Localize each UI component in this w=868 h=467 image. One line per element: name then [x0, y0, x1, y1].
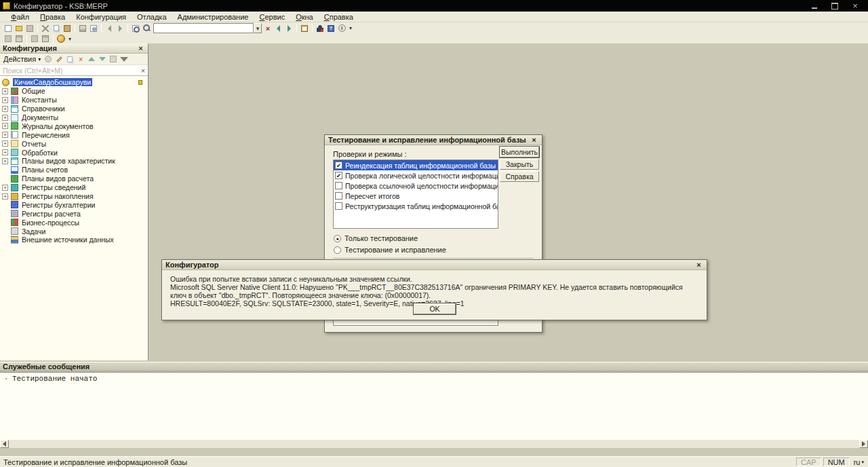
panel1-icon[interactable]: [3, 34, 14, 44]
close-icon[interactable]: [850, 2, 860, 10]
title-bar: Конфигуратор - KSB:MERP: [0, 0, 868, 12]
tree-item-tasks[interactable]: Задачи: [0, 227, 148, 236]
nav-back-icon[interactable]: [273, 23, 283, 33]
menu-help[interactable]: Справка: [319, 12, 359, 22]
search-input[interactable]: [153, 23, 254, 33]
save-icon[interactable]: [24, 23, 35, 33]
move-up-icon[interactable]: [87, 55, 96, 64]
tree-item-calculation-types[interactable]: Планы видов расчета: [0, 174, 148, 183]
search-combobox[interactable]: [153, 23, 262, 33]
delete-icon[interactable]: [76, 55, 85, 64]
tree-search-box[interactable]: Поиск (Ctrl+Alt+M): [0, 65, 148, 76]
menu-debug[interactable]: Отладка: [132, 12, 172, 22]
zoom-icon[interactable]: [141, 23, 152, 33]
close-button[interactable]: Закрыть: [500, 159, 539, 170]
undo-icon[interactable]: [104, 23, 115, 33]
message-bullet-icon: ▪: [0, 376, 12, 381]
check-row-logical-integrity[interactable]: ✔ Проверка логической целостности информ…: [334, 170, 498, 181]
menu-edit[interactable]: Правка: [35, 12, 71, 22]
check-row-restructure[interactable]: Реструктуризация таблиц информационной б…: [334, 201, 498, 211]
tree-item-external-data-sources[interactable]: Внешние источники данных: [0, 236, 148, 244]
help-book-icon[interactable]: [326, 23, 336, 33]
search-clear-icon[interactable]: [138, 67, 148, 75]
checkbox-restructure[interactable]: [335, 202, 342, 210]
edit-pencil-icon[interactable]: [54, 55, 64, 64]
test-dialog-close-icon[interactable]: [530, 136, 538, 144]
panel2-icon[interactable]: [14, 34, 24, 44]
debug-run-icon[interactable]: [56, 34, 66, 44]
checkbox-recalc-totals[interactable]: [335, 192, 342, 200]
copy-item-icon[interactable]: [65, 55, 75, 64]
message-row[interactable]: ▪ Тестирование начато: [0, 373, 868, 382]
language-indicator[interactable]: ru: [852, 458, 866, 466]
tree-item-accounting-registers[interactable]: Регистры бухгалтерии: [0, 200, 148, 209]
tree-item-accumulation-registers[interactable]: +Регистры накопления: [0, 192, 148, 201]
error-dialog-close-icon[interactable]: [694, 261, 703, 269]
checkbox-logical-integrity[interactable]: ✔: [335, 172, 342, 179]
radio-test-and-repair[interactable]: Тестирование и исправление: [334, 246, 446, 254]
menu-service[interactable]: Сервис: [254, 12, 290, 22]
cut-icon[interactable]: [40, 23, 51, 33]
tree-item-information-registers[interactable]: +Регистры сведений: [0, 183, 148, 192]
tree-item-document-journals[interactable]: +Журналы документов: [0, 122, 148, 130]
scrollbar-track[interactable]: [9, 440, 859, 448]
clipboard-icon[interactable]: [299, 23, 310, 33]
toolbar2-overflow-icon[interactable]: [66, 36, 73, 42]
radio-test-only[interactable]: ● Только тестирование: [334, 234, 418, 242]
checkbox-reindex[interactable]: ✔: [335, 162, 342, 169]
toolbar-overflow-icon[interactable]: [347, 25, 354, 31]
info-icon[interactable]: [336, 23, 347, 33]
checkbox-reference-integrity[interactable]: [335, 182, 342, 189]
new-icon[interactable]: [3, 23, 14, 33]
panel4-icon[interactable]: [40, 34, 51, 44]
open-icon[interactable]: [14, 23, 24, 33]
clear-search-icon[interactable]: [263, 23, 273, 33]
tree-item-enums[interactable]: +Перечисления: [0, 130, 148, 139]
maximize-icon[interactable]: [830, 2, 840, 10]
panel3-icon[interactable]: [29, 34, 40, 44]
copy-icon[interactable]: [51, 23, 62, 33]
tree-item-calculation-registers[interactable]: Регистры расчета: [0, 209, 148, 218]
sort-icon[interactable]: [108, 55, 118, 64]
radio-test-only-dot[interactable]: ●: [334, 235, 341, 242]
menu-administration[interactable]: Администрирование: [172, 12, 254, 22]
check-row-recalc-totals[interactable]: Пересчет итогов: [334, 191, 498, 201]
horizontal-scrollbar[interactable]: [0, 440, 868, 448]
tree-root[interactable]: КичикСавдоБошкаруви: [0, 78, 148, 87]
scroll-right-icon[interactable]: [859, 440, 868, 448]
nav-forward-icon[interactable]: [283, 23, 294, 33]
tree-item-common[interactable]: +Общие: [0, 87, 148, 96]
filter-funnel-icon[interactable]: [119, 55, 129, 64]
tree-item-constants[interactable]: +Константы: [0, 96, 148, 105]
ok-button[interactable]: OK: [414, 303, 456, 314]
check-row-reindex[interactable]: ✔ Реиндексация таблиц информационной баз…: [334, 160, 498, 170]
syntax-check-icon[interactable]: [315, 23, 326, 33]
find-in-doc-icon[interactable]: [130, 23, 141, 33]
radio-test-and-repair-dot[interactable]: [334, 246, 341, 254]
tree-item-catalogs[interactable]: +Справочники: [0, 105, 148, 113]
scroll-left-icon[interactable]: [0, 440, 9, 448]
checks-group-label: Проверки и режимы :: [333, 150, 407, 158]
actions-menu-button[interactable]: Действия: [2, 55, 42, 63]
help-button[interactable]: Справка: [500, 171, 539, 182]
print-preview-icon[interactable]: [88, 23, 99, 33]
add-icon[interactable]: [43, 55, 53, 64]
print-icon[interactable]: [77, 23, 88, 33]
tree-item-documents[interactable]: +Документы: [0, 113, 148, 122]
execute-button[interactable]: Выполнить: [500, 147, 539, 157]
redo-icon[interactable]: [115, 23, 125, 33]
minimize-icon[interactable]: [810, 2, 819, 10]
menu-file[interactable]: Файл: [5, 12, 35, 22]
menu-configuration[interactable]: Конфигурация: [71, 12, 132, 22]
check-row-reference-integrity[interactable]: Проверка ссылочной целостности информаци…: [334, 181, 498, 191]
tree-item-business-processes[interactable]: Бизнес-процессы: [0, 218, 148, 227]
tree-item-data-processors[interactable]: +Обработки: [0, 148, 148, 157]
tree-item-chart-of-accounts[interactable]: Планы счетов: [0, 166, 148, 174]
menu-windows[interactable]: Окна: [290, 12, 319, 22]
tree-item-reports[interactable]: +Отчеты: [0, 139, 148, 148]
paste-icon[interactable]: [62, 23, 73, 33]
tree-item-chart-characteristic-types[interactable]: +Планы видов характеристик: [0, 157, 148, 166]
chevron-down-icon[interactable]: [254, 23, 262, 33]
panel-close-icon[interactable]: [136, 44, 145, 52]
move-down-icon[interactable]: [98, 55, 107, 64]
